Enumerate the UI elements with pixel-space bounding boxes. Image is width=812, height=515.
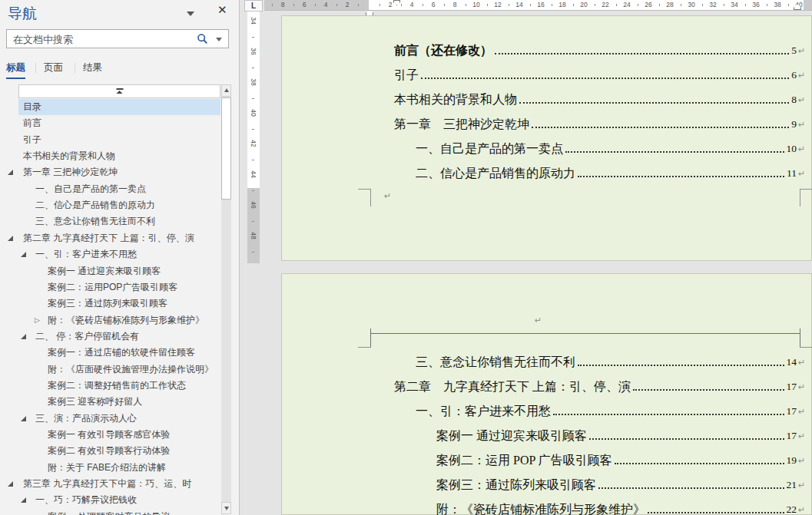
toc-entry: 案例二：运用 POP 广告吸引顾客19 [436, 454, 797, 467]
tab-结果[interactable]: 结果 [83, 61, 102, 78]
toc-entry: 第一章 三把神沙定乾坤9 [394, 117, 797, 130]
tree-header-bar[interactable] [18, 84, 220, 98]
ruler-tick [638, 4, 638, 6]
expanded-triangle-icon[interactable] [21, 252, 26, 257]
search-box[interactable] [6, 29, 229, 48]
expanded-triangle-icon[interactable] [8, 481, 13, 487]
tree-item[interactable]: 第一章 三把神沙定乾坤 [18, 164, 220, 180]
tab-标题[interactable]: 标题 [6, 61, 25, 79]
search-input[interactable] [12, 33, 184, 46]
tree-item[interactable]: 二、信心是产品销售的原动力 [18, 197, 220, 213]
ruler-tick [509, 4, 509, 6]
tree-item[interactable]: 附：《店面硬件设施管理办法操作说明》 [18, 361, 220, 378]
tree-item[interactable]: 案例一 有效引导顾客感官体验 [18, 427, 220, 443]
toc-entry: 引子6 [394, 68, 797, 81]
ruler-tick [788, 4, 789, 6]
ruler-tick [745, 4, 746, 6]
jump-to-top-icon[interactable] [116, 88, 123, 94]
ruler-number: 48 [250, 229, 257, 242]
text-boundary-mark [800, 328, 800, 348]
toc-entry-text: 第一章 三把神沙定乾坤 [394, 117, 529, 130]
paragraph-mark: ↵ [798, 431, 805, 441]
tree-item[interactable]: 案例三：通过陈列来吸引顾客 [18, 295, 220, 312]
text-boundary-mark [800, 189, 800, 206]
tree-item[interactable]: 二、 停：客户停留机会有 [18, 328, 220, 345]
navigation-pane: 导航 ✕ 标题页面结果 目录前言引子本书相关的背景和人物第一章 三把神沙定乾坤一… [0, 0, 240, 515]
toc-dot-leader [598, 487, 784, 489]
tree-item[interactable]: 案例三 迎客称呼好留人 [18, 394, 220, 410]
toc-entry-text: 引子 [394, 68, 419, 81]
tree-item-label: 案例一 有效引导顾客感官体验 [48, 427, 170, 443]
tree-item[interactable]: 引子 [18, 132, 220, 148]
toc-page-number: 5 [791, 45, 797, 57]
text-boundary-mark [358, 347, 371, 348]
tree-item-label: 第三章 九字真经打天下中篇：巧、运、时 [23, 476, 191, 492]
tree-item[interactable]: 附：关于 FABE介绍法的讲解 [18, 460, 220, 476]
ruler-number: 4 [410, 1, 414, 8]
tree-item[interactable]: 案例二 有效引导顾客行动体验 [18, 443, 220, 459]
tree-item[interactable]: 前言 [18, 115, 220, 131]
tab-页面[interactable]: 页面 [44, 61, 63, 78]
ruler-number: 6 [432, 1, 436, 8]
tree-item[interactable]: 本书相关的背景和人物 [18, 148, 220, 164]
expanded-triangle-icon[interactable] [8, 170, 13, 175]
ruler-number: 12 [494, 1, 501, 8]
ruler-tick [252, 190, 254, 191]
ruler-tick [252, 221, 254, 222]
expanded-triangle-icon[interactable] [8, 236, 13, 241]
tree-item[interactable]: 案例一 通过迎宾来吸引顾客 [18, 263, 220, 279]
tree-item-label: 案例一：通过店铺的软硬件留住顾客 [48, 345, 195, 361]
tab-separator [75, 63, 75, 73]
tree-item[interactable]: 三、意念让你销售无往而不利 [18, 213, 220, 229]
toc-entry: 附：《瓷砖店铺标准陈列与形象维护》22 [436, 503, 797, 515]
tree-item-label: 三、意念让你销售无往而不利 [35, 213, 155, 229]
toc-entry: 三、意念让你销售无往而不利14 [416, 355, 797, 368]
toc-dot-leader [519, 102, 789, 104]
expanded-triangle-icon[interactable] [21, 334, 26, 339]
tree-item[interactable]: 三、演：产品演示动人心 [18, 411, 220, 427]
ruler-tick [252, 129, 254, 130]
nav-scroll-up-button[interactable] [221, 84, 231, 97]
tree-item[interactable]: 第二章 九字真经打天下 上篇：引、停、演 [18, 230, 220, 246]
nav-scrollbar-thumb[interactable] [221, 97, 231, 200]
ruler-number: 36 [752, 1, 759, 8]
tree-item-label: 附：关于 FABE介绍法的讲解 [48, 460, 166, 476]
tree-item[interactable]: 案例一：通过店铺的软硬件留住顾客 [18, 345, 220, 361]
tree-item-label: 前言 [23, 115, 41, 131]
ruler-number: 22 [602, 1, 608, 8]
paragraph-mark: ↵ [798, 46, 805, 56]
tree-item[interactable]: 一、引：客户进来不用愁 [18, 246, 220, 262]
search-dropdown-chevron-icon[interactable] [216, 38, 222, 41]
tree-item-label: 一、巧：巧解异议把钱收 [35, 492, 137, 508]
ruler-tick [466, 4, 466, 6]
tree-item-label: 案例一 处理顾客对产品的异议 [48, 509, 170, 515]
toc-dot-leader [589, 438, 784, 440]
tree-item[interactable]: 第三章 九字真经打天下中篇：巧、运、时 [18, 476, 220, 492]
ruler-tick [767, 4, 767, 6]
tree-item-label: 案例二：调整好销售前的工作状态 [48, 378, 186, 394]
nav-scroll-down-button[interactable] [221, 502, 231, 514]
tab-stop-selector[interactable]: L [244, 0, 263, 12]
ruler-number: 16 [537, 1, 544, 8]
expanded-triangle-icon[interactable] [21, 497, 26, 503]
tree-item-label: 二、信心是产品销售的原动力 [35, 197, 155, 213]
toc-dot-leader [532, 127, 789, 128]
tree-item[interactable]: 案例一 处理顾客对产品的异议 [18, 509, 220, 515]
close-pane-icon[interactable]: ✕ [217, 3, 227, 17]
tree-item[interactable]: 一、巧：巧解异议把钱收 [18, 492, 220, 508]
toc-page-number: 11 [787, 167, 797, 180]
paragraph-mark: ↵ [798, 169, 805, 179]
toc-entry: 本书相关的背景和人物8 [394, 93, 797, 106]
collapsed-triangle-icon[interactable]: ▷ [35, 312, 40, 328]
tree-item[interactable]: 目录 [18, 99, 220, 115]
tree-item[interactable]: 一、自己是产品的第一卖点 [18, 181, 220, 197]
tree-item[interactable]: ▷附：《瓷砖店铺标准陈列与形象维护》 [18, 312, 220, 328]
expanded-triangle-icon[interactable] [21, 416, 26, 421]
ruler-tick [487, 4, 488, 6]
toc-entry-text: 前言（还在修改） [394, 44, 492, 57]
tree-item-label: 一、引：客户进来不用愁 [35, 246, 137, 262]
search-icon[interactable] [197, 33, 208, 45]
tree-item[interactable]: 案例二：运用POP广告吸引顾客 [18, 279, 220, 295]
tree-item[interactable]: 案例二：调整好销售前的工作状态 [18, 378, 220, 394]
pane-options-chevron-down-icon[interactable] [187, 12, 194, 16]
